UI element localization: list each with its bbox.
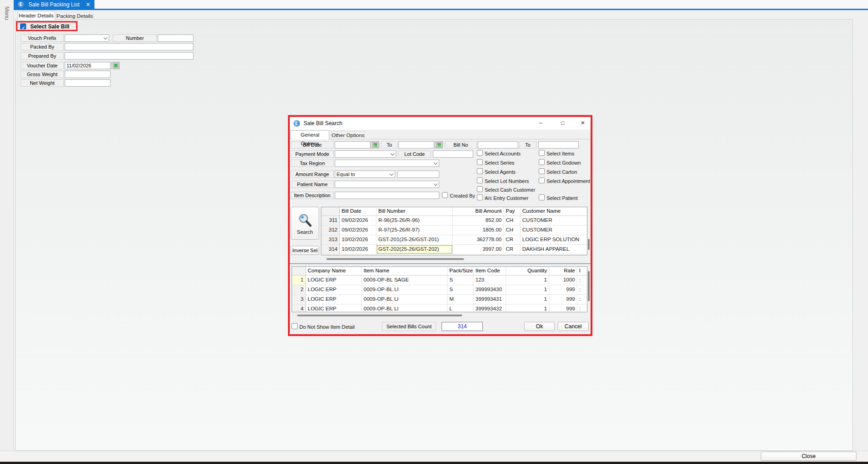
select-series-checkbox[interactable] <box>477 159 483 165</box>
pack-size-cell[interactable]: S <box>448 285 474 294</box>
select-lot-numbers-checkbox[interactable] <box>477 177 483 183</box>
col-customer-name[interactable]: Customer Name <box>520 207 587 215</box>
item-name-cell[interactable]: 0009-OP-BL LI <box>362 304 448 312</box>
col-quantity[interactable]: Quantity <box>506 267 549 275</box>
bill-date-from-input[interactable] <box>335 141 370 149</box>
created-by-checkbox[interactable] <box>442 192 448 198</box>
col-clipped[interactable]: I <box>577 267 587 275</box>
dialog-tab-other-options[interactable]: Other Options <box>331 131 365 139</box>
item-code-cell[interactable]: 399993430 <box>474 285 506 294</box>
bill-date-to-calendar-button[interactable] <box>435 141 443 149</box>
select-items-checkbox[interactable] <box>539 150 545 156</box>
select-accounts-checkbox[interactable] <box>477 150 483 156</box>
quantity-cell[interactable]: 1 <box>506 285 549 294</box>
customer-cell[interactable]: CUSTOMER <box>520 216 587 225</box>
prepared-by-input[interactable] <box>65 52 194 60</box>
voucher-date-calendar-button[interactable] <box>111 62 120 69</box>
row-number-cell[interactable]: 3 <box>292 295 306 304</box>
payment-mode-dropdown[interactable] <box>335 150 396 158</box>
quantity-cell[interactable]: 1 <box>506 295 549 304</box>
bills-grid-row[interactable]: 313 10/02/2026 GST-201(25-26/GST-201) 36… <box>321 235 587 245</box>
rate-cell[interactable]: 999 <box>549 304 577 312</box>
tab-close-icon[interactable]: ✕ <box>86 1 90 8</box>
dialog-minimize-button[interactable]: – <box>536 119 545 127</box>
bill-number-cell[interactable]: R-97(25-26/R-97) <box>376 226 453 235</box>
bill-amount-cell[interactable]: 852.00 <box>453 216 504 225</box>
inverse-sel-button[interactable]: Inverse Sel <box>291 246 319 255</box>
bills-grid-vertical-scrollbar[interactable] <box>588 239 590 250</box>
item-name-cell[interactable]: 0009-OP-BL SAGE <box>362 276 448 285</box>
select-patient-checkbox[interactable] <box>539 194 545 200</box>
pay-cell[interactable]: CR <box>504 245 520 254</box>
item-code-cell[interactable]: 399993432 <box>474 304 506 312</box>
bill-date-from-calendar-button[interactable] <box>371 141 379 149</box>
customer-cell[interactable]: DAKHSH APPAREL <box>520 245 587 254</box>
bill-amount-cell[interactable]: 3997.00 <box>453 245 504 254</box>
vouch-prefix-dropdown[interactable] <box>65 34 109 42</box>
items-grid-row[interactable]: 4 LOGIC ERP 0009-OP-BL LI L 399993432 1 … <box>292 304 587 312</box>
cancel-button[interactable]: Cancel <box>558 322 589 331</box>
clipped-cell[interactable]: : <box>577 276 587 285</box>
close-button[interactable]: Close <box>761 452 857 461</box>
dialog-tab-general-options[interactable]: General Options <box>291 130 329 139</box>
col-bill-number[interactable]: Bill Number <box>376 207 453 215</box>
bill-date-cell[interactable]: 09/02/2026 <box>340 216 376 225</box>
items-grid-row[interactable]: 1 LOGIC ERP 0009-OP-BL SAGE S 123 1 1000… <box>292 276 587 285</box>
select-cash-customer-checkbox[interactable] <box>477 186 483 192</box>
items-grid-row[interactable]: 3 LOGIC ERP 0009-OP-BL LI M 399993431 1 … <box>292 295 587 304</box>
item-description-input[interactable] <box>335 192 439 199</box>
row-number-cell[interactable]: 314 <box>321 245 340 254</box>
items-grid-row[interactable]: 2 LOGIC ERP 0009-OP-BL LI S 399993430 1 … <box>292 285 587 295</box>
items-grid-vertical-scrollbar[interactable] <box>588 271 590 301</box>
row-number-cell[interactable]: 312 <box>321 226 340 235</box>
rate-cell[interactable]: 999 <box>549 295 577 304</box>
quantity-cell[interactable]: 1 <box>506 304 549 312</box>
customer-cell[interactable]: LOGIC ERP SOLUTION <box>520 235 587 244</box>
bill-number-cell[interactable]: R-96(25-26/R-96) <box>376 216 453 225</box>
row-number-cell[interactable]: 2 <box>292 285 306 294</box>
number-input[interactable] <box>158 34 194 42</box>
bill-number-cell[interactable]: GST-201(25-26/GST-201) <box>376 235 453 244</box>
clipped-cell[interactable]: : <box>577 295 587 304</box>
menu-strip[interactable]: Menu <box>0 0 14 464</box>
amount-range-dropdown[interactable]: Equal to <box>335 171 395 178</box>
select-agents-checkbox[interactable] <box>477 168 483 174</box>
bill-date-cell[interactable]: 09/02/2026 <box>340 226 376 235</box>
pack-size-cell[interactable]: L <box>448 304 474 312</box>
tax-region-dropdown[interactable] <box>335 160 439 167</box>
patient-name-dropdown[interactable] <box>335 181 439 188</box>
item-code-cell[interactable]: 399993431 <box>474 295 506 304</box>
bill-date-cell[interactable]: 10/02/2026 <box>340 235 376 244</box>
col-item-code[interactable]: Item Code <box>474 267 506 275</box>
col-pay[interactable]: Pay <box>504 207 520 215</box>
select-carton-checkbox[interactable] <box>539 168 545 174</box>
items-grid-horizontal-scrollbar[interactable] <box>297 315 462 316</box>
ac-entry-customer-checkbox[interactable] <box>477 194 483 200</box>
col-rate[interactable]: Rate <box>549 267 577 275</box>
rate-cell[interactable]: 1000 <box>549 276 577 285</box>
pay-cell[interactable]: CH <box>504 216 520 225</box>
select-appointment-checkbox[interactable] <box>539 177 545 183</box>
select-godown-checkbox[interactable] <box>539 159 545 165</box>
pack-size-cell[interactable]: S <box>448 276 474 285</box>
row-number-cell[interactable]: 313 <box>321 235 340 244</box>
do-not-show-item-detail-checkbox[interactable] <box>292 323 298 329</box>
row-number-cell[interactable]: 4 <box>292 304 306 312</box>
net-weight-input[interactable] <box>65 79 111 87</box>
dialog-title-bar[interactable]: L Sale Bill Search <box>290 117 591 130</box>
col-item-name[interactable]: Item Name <box>362 267 448 275</box>
bill-date-to-input[interactable] <box>398 141 434 149</box>
menu-label[interactable]: Menu <box>4 6 10 20</box>
bills-grid-row-selected[interactable]: 314 10/02/2026 GST-202(25-26/GST-202) 39… <box>321 245 587 254</box>
col-bill-amount[interactable]: Bill Amount <box>453 207 504 215</box>
clipped-cell[interactable]: : <box>577 285 587 294</box>
pay-cell[interactable]: CR <box>504 235 520 244</box>
bill-date-cell[interactable]: 10/02/2026 <box>340 245 376 254</box>
pay-cell[interactable]: CH <box>504 226 520 235</box>
item-code-cell[interactable]: 123 <box>474 276 506 285</box>
clipped-cell[interactable]: : <box>577 304 587 312</box>
lot-code-input[interactable] <box>433 150 473 158</box>
quantity-cell[interactable]: 1 <box>506 276 549 285</box>
gross-weight-input[interactable] <box>65 71 111 78</box>
tab-packing-details[interactable]: Packing Details <box>56 12 94 20</box>
